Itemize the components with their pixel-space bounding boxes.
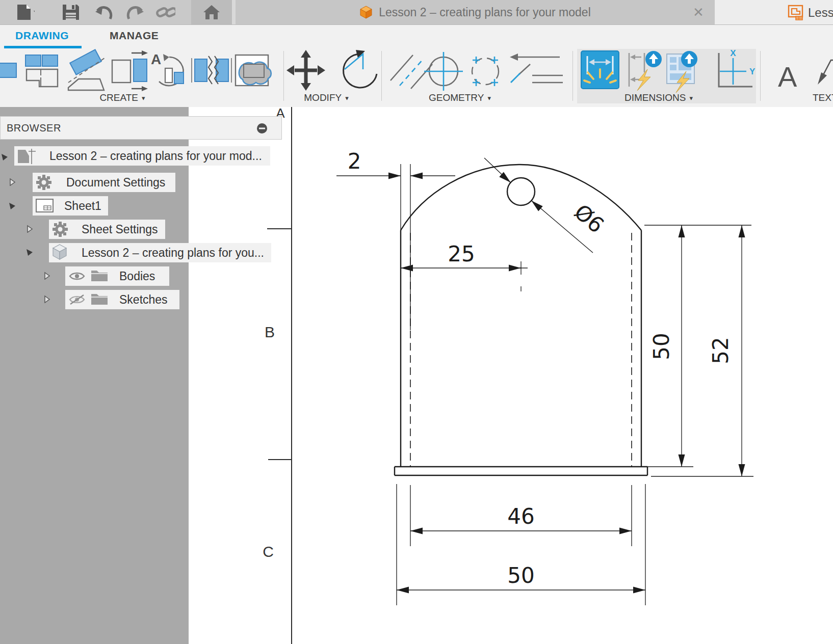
dropdown-caret: ▾ xyxy=(689,94,693,102)
tab-drawing[interactable]: DRAWING xyxy=(15,30,69,42)
file-icon xyxy=(15,4,35,21)
tab-close-button[interactable]: ✕ xyxy=(689,4,708,20)
folder-icon xyxy=(91,291,108,306)
tree-item-root-document[interactable]: Lesson 2 – creating plans for your mod..… xyxy=(14,146,270,166)
tab-manage[interactable]: MANAGE xyxy=(110,30,159,42)
baseline-dimension-icon[interactable] xyxy=(629,51,662,91)
dimension-arrowheads xyxy=(388,172,745,594)
sheet-border xyxy=(267,107,292,644)
collapse-panel-icon[interactable] xyxy=(256,122,268,135)
titlebar: Lesson 2 – creating plans for your model… xyxy=(0,0,833,24)
gear-icon xyxy=(36,174,52,191)
browser-title: BROWSER xyxy=(7,122,61,134)
dim-hole-offset[interactable]: 25 xyxy=(448,242,475,266)
secondary-tab[interactable]: Less xyxy=(715,0,833,24)
tree-item-document-settings[interactable]: Document Settings xyxy=(33,173,175,192)
dimension-tool-selected[interactable] xyxy=(581,51,619,89)
group-label-text[interactable]: TEXT xyxy=(813,92,833,104)
collapsed-arrow-icon[interactable] xyxy=(25,225,34,233)
expanded-arrow-icon[interactable] xyxy=(8,202,16,210)
home-button[interactable] xyxy=(191,0,232,24)
projected-view-icon[interactable] xyxy=(25,55,58,87)
browser-header: BROWSER xyxy=(0,116,282,140)
center-mark-icon[interactable] xyxy=(424,52,463,91)
visibility-eye-icon[interactable] xyxy=(68,271,86,282)
section-view-icon[interactable] xyxy=(112,50,148,91)
secondary-tab-title: Less xyxy=(808,6,833,20)
drawing-doc-icon xyxy=(788,5,804,21)
document-tab-title: Lesson 2 – creating plans for your model xyxy=(379,6,591,19)
collapsed-arrow-icon[interactable] xyxy=(43,272,51,280)
dim-overall-width[interactable]: 50 xyxy=(507,563,534,588)
component-cube-icon xyxy=(52,244,67,260)
zone-label-b: B xyxy=(265,324,275,340)
dim-inner-width[interactable]: 46 xyxy=(507,504,534,529)
visibility-off-eye-icon[interactable] xyxy=(68,294,86,305)
auxiliary-view-icon[interactable] xyxy=(68,49,106,90)
svg-text:A: A xyxy=(151,51,161,67)
sheet-icon xyxy=(36,199,54,213)
svg-text:Y: Y xyxy=(749,67,756,76)
redo-button[interactable] xyxy=(125,3,145,21)
collapsed-arrow-icon[interactable] xyxy=(43,295,51,303)
dimension-lines xyxy=(336,158,753,605)
ordinate-dimension-icon[interactable]: X Y xyxy=(719,49,756,87)
link-icon xyxy=(156,4,175,21)
active-tab-underline xyxy=(4,46,82,48)
gear-icon xyxy=(52,221,68,237)
hole-circle xyxy=(507,178,535,205)
drawing-sheet[interactable]: A B C 2 25 Ø6 50 xyxy=(189,107,833,644)
dropdown-caret: ▾ xyxy=(487,94,491,102)
detail-view-icon[interactable]: A xyxy=(151,51,184,86)
home-icon xyxy=(202,4,221,20)
part-outline xyxy=(395,165,647,475)
base-view-icon[interactable] xyxy=(0,63,16,77)
collapsed-arrow-icon[interactable] xyxy=(8,178,16,186)
zone-label-c: C xyxy=(263,543,274,560)
dim-wall-thickness[interactable]: 2 xyxy=(348,149,361,174)
document-tab[interactable]: Lesson 2 – creating plans for your model xyxy=(236,0,715,24)
center-mark-pattern-icon[interactable] xyxy=(472,57,499,86)
redo-icon xyxy=(125,4,145,21)
svg-text:X: X xyxy=(730,49,736,58)
dim-overall-height[interactable]: 52 xyxy=(708,337,733,364)
group-label-dimensions[interactable]: DIMENSIONS▾ xyxy=(608,92,710,104)
group-label-modify[interactable]: MODIFY▾ xyxy=(280,92,372,104)
move-icon[interactable] xyxy=(287,50,325,91)
model-cube-icon xyxy=(359,6,373,19)
expanded-arrow-icon[interactable] xyxy=(1,153,9,161)
leader-text-icon[interactable] xyxy=(818,60,833,85)
auto-dimension-icon[interactable] xyxy=(667,51,697,93)
rotate-icon[interactable] xyxy=(344,50,377,88)
drawing-file-icon xyxy=(17,149,37,164)
edge-extension-icon[interactable] xyxy=(510,53,563,83)
ribbon-tab-bar: DRAWING MANAGE xyxy=(0,24,833,49)
tab-divider xyxy=(232,0,236,24)
expanded-arrow-icon[interactable] xyxy=(25,248,34,256)
share-link-button[interactable] xyxy=(156,3,175,21)
group-label-create[interactable]: CREATE▾ xyxy=(76,92,168,104)
crop-view-icon[interactable] xyxy=(236,55,271,86)
break-view-icon[interactable] xyxy=(192,56,231,84)
dropdown-caret: ▾ xyxy=(345,94,349,102)
group-label-geometry[interactable]: GEOMETRY▾ xyxy=(414,92,506,104)
svg-text:A: A xyxy=(778,61,797,93)
dim-hole-diameter[interactable]: Ø6 xyxy=(569,199,609,238)
save-icon xyxy=(62,4,80,21)
new-file-button[interactable] xyxy=(15,3,35,21)
dim-inner-height[interactable]: 50 xyxy=(649,333,674,360)
dropdown-caret: ▾ xyxy=(142,94,145,102)
folder-icon xyxy=(91,268,108,282)
save-button[interactable] xyxy=(61,3,81,21)
undo-button[interactable] xyxy=(93,3,113,21)
undo-icon xyxy=(93,4,113,21)
tree-item-component[interactable]: Lesson 2 – creating plans for you... xyxy=(49,243,271,262)
text-tool-icon[interactable]: A xyxy=(778,61,797,93)
